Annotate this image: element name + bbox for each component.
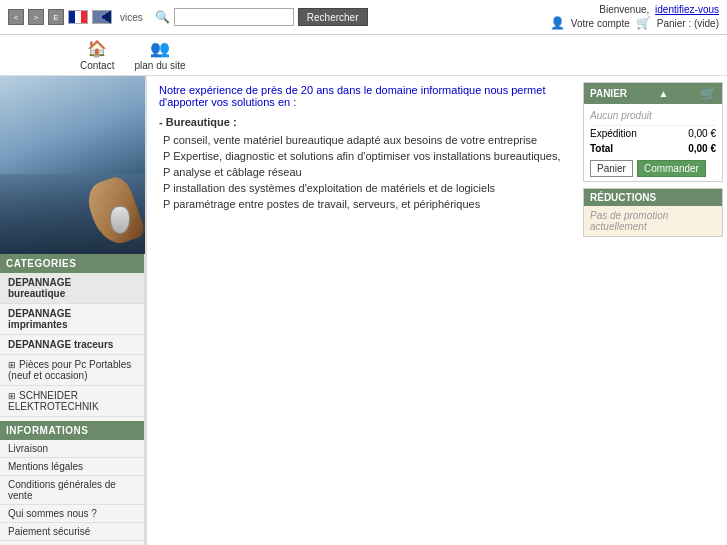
nav-icons-row: 🏠 Contact 👥 plan du site [0,35,727,76]
bur-item-4: P installation des systèmes d'exploitati… [163,180,567,196]
informations-header: INFORMATIONS [0,421,144,440]
bureautique-list: P conseil, vente matériel bureautique ad… [159,132,567,212]
main-content: Notre expérience de près de 20 ans dans … [147,76,579,545]
bur-item-5: P paramétrage entre postes de travail, s… [163,196,567,212]
forward-button[interactable]: > [28,9,44,25]
home-icon: 🏠 [87,39,107,58]
panier-cart-button[interactable]: Panier [590,160,633,177]
sidebar: CATEGORIES DEPANNAGEbureautique DEPANNAG… [0,76,145,545]
stop-button[interactable]: E [48,9,64,25]
cat-item-4[interactable]: ⊞Pièces pour Pc Portables (neuf et occas… [0,355,144,386]
bienvenue-text: Bienvenue, identifiez-vous [599,4,719,15]
expedition-value: 0,00 € [688,128,716,139]
informations-section: INFORMATIONS Livraison Mentions légales … [0,421,144,545]
search-button[interactable]: Rechercher [298,8,368,26]
account-icon: 👤 [550,16,565,30]
total-row: Total 0,00 € [590,141,716,156]
main-body: CATEGORIES DEPANNAGEbureautique DEPANNAG… [0,76,727,545]
search-input[interactable] [174,8,294,26]
flag-fr-icon[interactable] [68,10,88,24]
account-label[interactable]: Votre compte [571,18,630,29]
panier-body: Aucun produit Expédition 0,00 € Total 0,… [584,104,722,181]
expand-icon-5: ⊞ [8,391,16,401]
page-header: < > E vices 🔍 Rechercher Bienvenue, iden… [0,0,727,35]
sitemap-label: plan du site [134,60,185,71]
identify-link[interactable]: identifiez-vous [655,4,719,15]
cart-icon-sm: 🛒 [636,16,651,30]
reductions-header: RÉDUCTIONS [584,189,722,206]
reductions-body: Pas de promotion actuellement [584,206,722,236]
cat-item-2[interactable]: DEPANNAGEimprimantes [0,304,144,335]
info-item-2[interactable]: Mentions légales [0,458,144,476]
no-product-text: Aucun produit [590,108,716,126]
hero-image [0,76,145,254]
flag-en-icon[interactable] [92,10,112,24]
widgets-column: PANIER ▲ 🛒 Aucun produit Expédition 0,00… [579,76,727,545]
categories-section: CATEGORIES DEPANNAGEbureautique DEPANNAG… [0,254,144,417]
total-value: 0,00 € [688,143,716,154]
info-item-4[interactable]: Qui sommes nous ? [0,505,144,523]
sitemap-icon: 👥 [150,39,170,58]
cart-label[interactable]: Panier : (vide) [657,18,719,29]
bureautique-title: - Bureautique : [159,116,567,128]
info-item-3[interactable]: Conditions générales de vente [0,476,144,505]
back-button[interactable]: < [8,9,24,25]
panier-title: PANIER [590,88,627,99]
info-item-5[interactable]: Paiement sécurisé [0,523,144,541]
total-label: Total [590,143,613,154]
cat-item-1[interactable]: DEPANNAGEbureautique [0,273,144,304]
cart-account-row: 👤 Votre compte 🛒 Panier : (vide) [550,16,719,30]
bur-item-2: P Expertise, diagnostic et solutions afi… [163,148,567,164]
categories-header: CATEGORIES [0,254,144,273]
contact-label: Contact [80,60,114,71]
expand-icon-4: ⊞ [8,360,16,370]
bur-item-1: P conseil, vente matériel bureautique ad… [163,132,567,148]
reductions-widget: RÉDUCTIONS Pas de promotion actuellement [583,188,723,237]
services-label: vices [120,12,143,23]
sitemap-nav-link[interactable]: 👥 plan du site [134,39,185,71]
bur-item-3: P analyse et câblage réseau [163,164,567,180]
panier-widget-header: PANIER ▲ 🛒 [584,83,722,104]
panier-buttons: Panier Commander [590,160,716,177]
expedition-row: Expédition 0,00 € [590,126,716,141]
mouse-graphic [110,206,130,234]
expedition-label: Expédition [590,128,637,139]
home-nav-link[interactable]: 🏠 Contact [80,39,114,71]
cat-item-5[interactable]: ⊞SCHNEIDER ELEKTROTECHNIK [0,386,144,417]
info-item-6[interactable]: DEPANNAGE INFORMATIQUE AVIGNON et tout V… [0,541,144,545]
cat-item-3[interactable]: DEPANNAGE traceurs [0,335,144,355]
header-top-right: Bienvenue, identifiez-vous 👤 Votre compt… [550,4,719,30]
center-right-area: Notre expérience de près de 20 ans dans … [145,76,727,545]
panier-cart-icon: 🛒 [700,86,716,101]
info-item-1[interactable]: Livraison [0,440,144,458]
panier-order-button[interactable]: Commander [637,160,706,177]
panier-widget: PANIER ▲ 🛒 Aucun produit Expédition 0,00… [583,82,723,182]
search-icon: 🔍 [155,10,170,24]
intro-paragraph: Notre expérience de près de 20 ans dans … [159,84,567,108]
panier-up-icon: ▲ [659,88,669,99]
